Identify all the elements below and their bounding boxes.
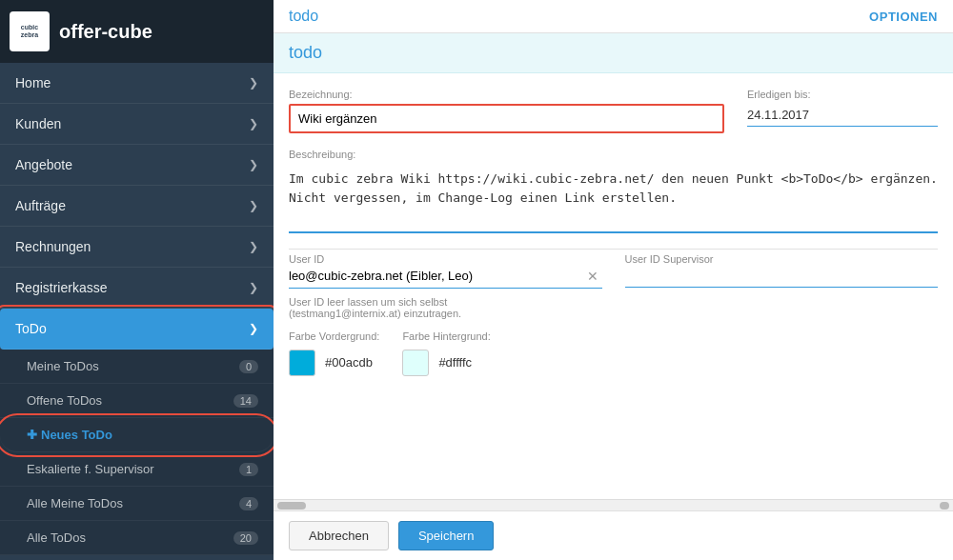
sidebar: cubic zebra offer-cube Home ❯ Kunden ❯ A… <box>0 0 274 560</box>
app-logo: cubic zebra <box>10 11 50 51</box>
sidebar-item-alle-todos[interactable]: Alle ToDos 20 <box>0 521 274 555</box>
todo-sub-items: Meine ToDos 0 Offene ToDos 14 ✚Neues ToD… <box>0 350 274 555</box>
form-group-userid: User ID ✕ <box>289 253 602 289</box>
sidebar-item-auftraege[interactable]: Aufträge ❯ <box>0 186 274 227</box>
userid-supervisor-label: User ID Supervisor <box>625 253 939 265</box>
form-row-bezeichnung: Bezeichnung: Erledigen bis: <box>289 89 938 133</box>
erledigen-input[interactable] <box>747 104 938 127</box>
chevron-icon: ❯ <box>249 322 258 335</box>
chevron-icon: ❯ <box>249 240 258 253</box>
chevron-icon: ❯ <box>249 281 258 294</box>
main-body: todo Bezeichnung: Erledigen bis: Beschre… <box>274 33 953 499</box>
sidebar-item-offene-todos[interactable]: Offene ToDos 14 <box>0 384 274 418</box>
form-group-userid-supervisor: User ID Supervisor <box>625 253 939 289</box>
beschreibung-label: Beschreibung: <box>289 149 938 160</box>
app-title: offer-cube <box>59 21 152 43</box>
form-group-beschreibung: Beschreibung: Im cubic zebra Wiki https:… <box>289 149 938 233</box>
form-group-farbe-vordergrund: Farbe Vordergrund: #00acdb <box>289 330 379 376</box>
horizontal-scrollbar[interactable] <box>274 499 953 510</box>
beschreibung-input[interactable]: Im cubic zebra Wiki https://wiki.cubic-z… <box>289 164 938 233</box>
options-button[interactable]: OPTIONEN <box>869 10 938 24</box>
form-group-bezeichnung: Bezeichnung: <box>289 89 724 133</box>
userid-note: User ID leer lassen um sich selbst(testm… <box>289 296 938 319</box>
chevron-icon: ❯ <box>249 199 258 212</box>
sidebar-item-neues-todo[interactable]: ✚Neues ToDo <box>0 418 274 452</box>
form-group-farbe-hintergrund: Farbe Hintergrund: #dffffc <box>402 330 490 376</box>
cancel-button[interactable]: Abbrechen <box>289 521 389 550</box>
plus-icon: ✚ <box>27 428 37 442</box>
chevron-icon: ❯ <box>249 117 258 130</box>
form-area: Bezeichnung: Erledigen bis: Beschreibung… <box>274 73 953 407</box>
sidebar-item-kunden[interactable]: Kunden ❯ <box>0 104 274 145</box>
farbe-vordergrund-group: #00acdb <box>289 350 379 376</box>
clear-userid-button[interactable]: ✕ <box>583 269 602 284</box>
sidebar-item-angebote[interactable]: Angebote ❯ <box>0 145 274 186</box>
chevron-icon: ❯ <box>249 158 258 171</box>
userid-row: User ID ✕ User ID Supervisor <box>289 253 938 289</box>
erledigen-label: Erledigen bis: <box>747 89 938 100</box>
sidebar-item-todo[interactable]: ToDo ❯ <box>0 309 274 350</box>
farbe-hintergrund-value: #dffffc <box>438 355 472 370</box>
farbe-vordergrund-label: Farbe Vordergrund: <box>289 330 379 342</box>
sidebar-header: cubic zebra offer-cube <box>0 0 274 63</box>
userid-supervisor-input[interactable] <box>625 269 939 283</box>
farbe-vordergrund-value: #00acdb <box>325 355 373 370</box>
sidebar-item-eskalierte[interactable]: Eskalierte f. Supervisor 1 <box>0 452 274 487</box>
farbe-hintergrund-group: #dffffc <box>402 350 490 376</box>
bezeichnung-label: Bezeichnung: <box>289 89 724 100</box>
chevron-icon: ❯ <box>249 76 258 90</box>
sidebar-item-home[interactable]: Home ❯ <box>0 63 274 104</box>
main-content: todo OPTIONEN todo Bezeichnung: Erledige… <box>274 0 953 560</box>
sidebar-item-meine-todos[interactable]: Meine ToDos 0 <box>0 350 274 384</box>
footer-bar: Abbrechen Speichern <box>274 510 953 560</box>
color-row: Farbe Vordergrund: #00acdb Farbe Hinterg… <box>289 330 938 376</box>
main-header-title: todo <box>289 8 318 25</box>
farbe-hintergrund-swatch[interactable] <box>402 350 429 376</box>
farbe-vordergrund-swatch[interactable] <box>289 350 315 376</box>
userid-input-wrapper: ✕ <box>289 269 602 289</box>
userid-supervisor-input-wrapper <box>625 269 939 288</box>
divider <box>289 249 938 250</box>
save-button[interactable]: Speichern <box>398 521 495 550</box>
userid-input[interactable] <box>289 269 583 283</box>
farbe-hintergrund-label: Farbe Hintergrund: <box>402 330 490 342</box>
bezeichnung-input[interactable] <box>289 104 724 133</box>
sidebar-item-alle-meine-todos[interactable]: Alle Meine ToDos 4 <box>0 487 274 521</box>
userid-label: User ID <box>289 253 602 265</box>
main-header: todo OPTIONEN <box>274 0 953 33</box>
section-title: todo <box>274 33 953 73</box>
sidebar-item-rechnungen[interactable]: Rechnungen ❯ <box>0 227 274 268</box>
sidebar-item-registrierkasse[interactable]: Registrierkasse ❯ <box>0 268 274 309</box>
form-group-erledigen: Erledigen bis: <box>747 89 938 133</box>
